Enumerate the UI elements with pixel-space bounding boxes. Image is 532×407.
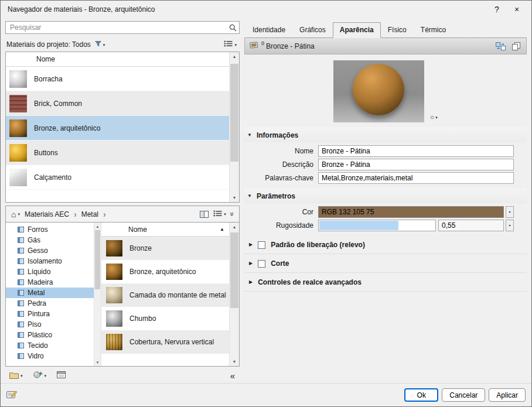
tree-item-metal[interactable]: Metal	[6, 288, 94, 298]
library-scrollbar[interactable]: ▴ ▾	[229, 223, 239, 366]
tree-item-madeira[interactable]: Madeira	[6, 277, 94, 288]
scrollbar-track[interactable]	[230, 231, 239, 357]
tree-item-isolamento[interactable]: Isolamento	[6, 256, 94, 266]
tree-item-gas[interactable]: Gás	[6, 235, 94, 245]
tree-item-gesso[interactable]: Gesso	[6, 245, 94, 256]
category-icon	[18, 290, 24, 296]
library-row-cobertura[interactable]: Cobertura, Nervura vertical	[101, 330, 229, 354]
scrollbar-thumb[interactable]	[95, 230, 100, 289]
section-title: Parâmetros	[257, 192, 295, 200]
scrollbar-track[interactable]	[230, 61, 239, 193]
tab-termico[interactable]: Térmico	[414, 22, 453, 37]
section-controles-realce[interactable]: ▶ Controles de realce avançados	[244, 273, 527, 292]
cutout-checkbox[interactable]	[258, 260, 265, 268]
filter-button[interactable]: ▾	[93, 39, 107, 50]
library-row-camada-montante[interactable]: Camada do montante de metal	[101, 283, 229, 307]
breadcrumb-item-metal[interactable]: Metal	[80, 209, 100, 220]
breadcrumb-item-materiais-aec[interactable]: Materiais AEC	[23, 209, 71, 220]
duplicate-asset-button[interactable]	[509, 40, 523, 53]
split-view-button[interactable]	[198, 210, 210, 219]
roughness-value-field[interactable]	[438, 220, 504, 231]
category-icon	[18, 311, 24, 317]
library-row-chumbo[interactable]: Chumbo	[101, 307, 229, 330]
replace-asset-button[interactable]	[493, 40, 507, 53]
material-row-brick-common[interactable]: Brick, Common	[6, 91, 229, 116]
category-icon	[18, 248, 24, 254]
chevron-right-icon[interactable]: ›	[72, 210, 79, 218]
home-button[interactable]: ⌂ ▾	[9, 209, 22, 220]
material-row-calcamento[interactable]: Calçamento	[6, 165, 229, 190]
collapse-panel-button[interactable]: «	[230, 371, 237, 380]
tree-item-forros[interactable]: Forros	[6, 224, 94, 235]
tree-item-liquido[interactable]: Líquido	[6, 266, 94, 277]
create-library-button[interactable]: ▾	[8, 370, 25, 382]
help-button[interactable]: ?	[487, 2, 507, 17]
scrollbar-thumb[interactable]	[230, 64, 238, 162]
roughness-slider[interactable]	[318, 220, 436, 231]
library-row-bronze-arquitetonico[interactable]: Bronze, arquitetônico	[101, 260, 229, 283]
tree-item-label: Piso	[28, 320, 41, 329]
tab-graficos[interactable]: Gráficos	[292, 22, 333, 37]
close-button[interactable]: ×	[507, 2, 527, 17]
description-field[interactable]	[318, 159, 514, 170]
asset-icon	[250, 41, 260, 51]
library-row-bronze[interactable]: Bronze	[101, 237, 229, 260]
scroll-down-button[interactable]: ▾	[230, 193, 239, 202]
scrollbar-track[interactable]	[94, 230, 101, 358]
tab-identidade[interactable]: Identidade	[245, 22, 292, 37]
collapse-library-button[interactable]: »	[228, 211, 237, 217]
scroll-down-button[interactable]: ▾	[94, 358, 101, 366]
scrollbar[interactable]: ▴ ▾	[229, 52, 239, 202]
material-row-bronze-arquitetonico[interactable]: Bronze, arquitetônico	[6, 116, 229, 141]
tree-scrollbar[interactable]: ▴ ▾	[94, 223, 101, 366]
open-asset-browser-button[interactable]	[55, 370, 67, 381]
section-corte[interactable]: ▶ Corte	[244, 254, 527, 273]
search-input[interactable]	[6, 23, 226, 32]
library-view-options-button[interactable]: ▾	[212, 209, 228, 220]
scroll-up-button[interactable]: ▴	[230, 223, 239, 231]
relief-pattern-checkbox[interactable]	[258, 241, 265, 249]
color-options-button[interactable]: ▾	[506, 206, 514, 218]
tab-aparencia[interactable]: Aparência	[333, 22, 381, 38]
column-header-nome[interactable]: Nome	[6, 52, 229, 67]
create-material-button[interactable]: ▾	[32, 370, 49, 382]
chevron-right-icon[interactable]: ›	[101, 210, 108, 218]
tree-item-label: Tecido	[28, 341, 48, 350]
material-name: Chumbo	[129, 314, 156, 323]
apply-button[interactable]: Aplicar	[489, 388, 526, 402]
roughness-options-button[interactable]: ▾	[506, 220, 514, 231]
material-name: Calçamento	[34, 173, 71, 182]
tab-fisico[interactable]: Físico	[381, 22, 414, 37]
tree-item-piso[interactable]: Piso	[6, 319, 94, 330]
scroll-up-button[interactable]: ▴	[230, 52, 239, 61]
sort-ascending-icon[interactable]: ▲	[220, 227, 224, 232]
name-field[interactable]	[318, 145, 514, 157]
search-icon[interactable]	[226, 24, 239, 32]
tree-item-plastico[interactable]: Plástico	[6, 330, 94, 340]
view-options-button[interactable]: ▾	[222, 39, 238, 50]
tree-item-pedra[interactable]: Pedra	[6, 298, 94, 309]
category-icon	[18, 227, 24, 232]
section-padrao-liberacao[interactable]: ▶ Padrão de liberação (relevo)	[244, 235, 527, 254]
chevron-down-icon: ▾	[509, 224, 510, 227]
cancel-button[interactable]: Cancelar	[442, 388, 485, 402]
home-icon: ⌂	[11, 210, 16, 218]
field-label-palavras-chave: Palavras-chave	[244, 174, 318, 182]
material-row-buttons[interactable]: Buttons	[6, 141, 229, 165]
open-material-editor-icon[interactable]	[6, 389, 18, 401]
preview-options-button[interactable]: ○ ▾	[430, 113, 438, 121]
section-parametros-header[interactable]: ▼ Parâmetros	[244, 188, 527, 203]
scroll-up-button[interactable]: ▴	[94, 223, 101, 230]
column-header-nome[interactable]: Nome ▲	[101, 223, 229, 237]
tree-item-pintura[interactable]: Pintura	[6, 309, 94, 319]
ok-button[interactable]: Ok	[404, 388, 438, 402]
preview-area: ○ ▾	[244, 54, 527, 127]
tree-item-vidro[interactable]: Vidro	[6, 351, 94, 361]
color-swatch[interactable]: RGB 132 105 75	[318, 206, 504, 218]
keywords-field[interactable]	[318, 172, 514, 184]
tree-item-tecido[interactable]: Tecido	[6, 340, 94, 351]
scrollbar-thumb[interactable]	[230, 232, 238, 308]
section-informacoes-header[interactable]: ▼ Informações	[244, 127, 527, 142]
scroll-down-button[interactable]: ▾	[230, 357, 239, 366]
material-row-borracha[interactable]: Borracha	[6, 67, 229, 91]
